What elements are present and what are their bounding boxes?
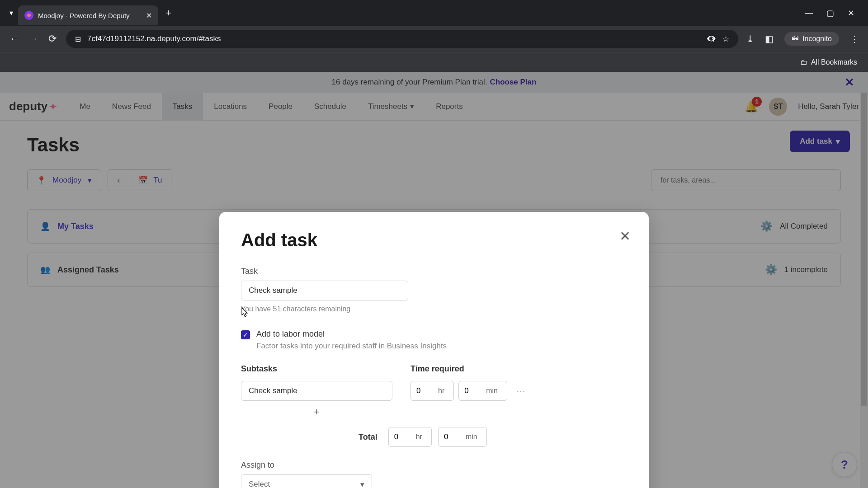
chars-remaining: You have 51 characters remaining: [241, 305, 627, 313]
modal-close-icon[interactable]: ✕: [619, 228, 631, 244]
incognito-chip[interactable]: 🕶 Incognito: [784, 32, 839, 46]
task-field-label: Task: [241, 267, 627, 276]
incognito-label: Incognito: [802, 35, 832, 43]
bookmarks-label: All Bookmarks: [811, 58, 857, 66]
add-task-modal: Add task ✕ Task You have 51 characters r…: [219, 212, 649, 488]
reload-button[interactable]: ⟳: [47, 33, 58, 45]
star-icon[interactable]: ☆: [722, 34, 729, 44]
subtask-hours-input[interactable]: [416, 386, 434, 395]
site-settings-icon[interactable]: ⊟: [75, 35, 81, 43]
labor-model-label: Add to labor model: [256, 329, 447, 339]
hr-unit: hr: [438, 387, 444, 395]
total-hours-group: hr: [388, 427, 432, 447]
assign-to-select[interactable]: Select ▾: [241, 474, 372, 488]
hr-unit-total: hr: [416, 433, 422, 441]
tab-search-icon[interactable]: ▾: [5, 6, 18, 20]
min-unit-total: min: [466, 433, 477, 441]
subtask-more-icon[interactable]: ⋯: [516, 385, 525, 396]
close-window-icon[interactable]: ✕: [848, 8, 854, 18]
all-bookmarks-button[interactable]: 🗀 All Bookmarks: [800, 58, 857, 66]
chevron-down-icon: ▾: [360, 480, 364, 488]
assign-to-value: Select: [249, 480, 270, 488]
total-hours-input[interactable]: [394, 432, 412, 441]
subtask-minutes-input[interactable]: [464, 386, 482, 395]
url-bar[interactable]: ⊟ 7cf47d19112152.na.deputy.com/#tasks 👁‍…: [66, 30, 738, 48]
address-bar: ← → ⟳ ⊟ 7cf47d19112152.na.deputy.com/#ta…: [0, 26, 868, 52]
add-subtask-button[interactable]: +: [241, 406, 392, 418]
tab-title: Moodjoy - Powered By Deputy: [38, 12, 142, 19]
sidepanel-icon[interactable]: ◧: [765, 33, 774, 44]
subtask-minutes-group: min: [458, 381, 507, 401]
tab-close-icon[interactable]: ✕: [146, 11, 152, 20]
back-button[interactable]: ←: [9, 33, 20, 45]
eye-off-icon[interactable]: 👁‍🗨: [706, 34, 716, 44]
modal-title: Add task: [241, 230, 627, 250]
bookmark-bar: 🗀 All Bookmarks: [0, 52, 868, 72]
total-label: Total: [359, 432, 377, 442]
total-minutes-group: min: [438, 427, 487, 447]
min-unit: min: [486, 387, 498, 395]
minimize-icon[interactable]: —: [805, 8, 813, 18]
assign-to-label: Assign to: [241, 460, 627, 470]
subtask-input[interactable]: [241, 381, 392, 401]
download-icon[interactable]: ⤓: [746, 33, 754, 44]
browser-tab[interactable]: Moodjoy - Powered By Deputy ✕: [18, 5, 158, 25]
subtask-hours-group: hr: [410, 381, 454, 401]
time-required-label: Time required: [410, 364, 525, 374]
task-name-input[interactable]: [241, 281, 408, 300]
browser-tab-strip: ▾ Moodjoy - Powered By Deputy ✕ + — ▢ ✕: [0, 0, 868, 26]
subtasks-label: Subtasks: [241, 364, 392, 374]
incognito-icon: 🕶: [792, 35, 799, 43]
forward-button: →: [28, 33, 39, 45]
tab-favicon: [24, 11, 33, 20]
url-text: 7cf47d19112152.na.deputy.com/#tasks: [87, 34, 700, 43]
labor-model-checkbox[interactable]: ✓: [241, 330, 250, 339]
labor-model-desc: Factor tasks into your required staff in…: [256, 342, 447, 351]
total-minutes-input[interactable]: [444, 432, 462, 441]
new-tab-button[interactable]: +: [165, 7, 171, 19]
menu-icon[interactable]: ⋮: [850, 33, 859, 44]
page-content: 16 days remaining of your Premium Plan t…: [0, 72, 868, 488]
folder-icon: 🗀: [800, 58, 807, 66]
maximize-icon[interactable]: ▢: [826, 8, 834, 18]
